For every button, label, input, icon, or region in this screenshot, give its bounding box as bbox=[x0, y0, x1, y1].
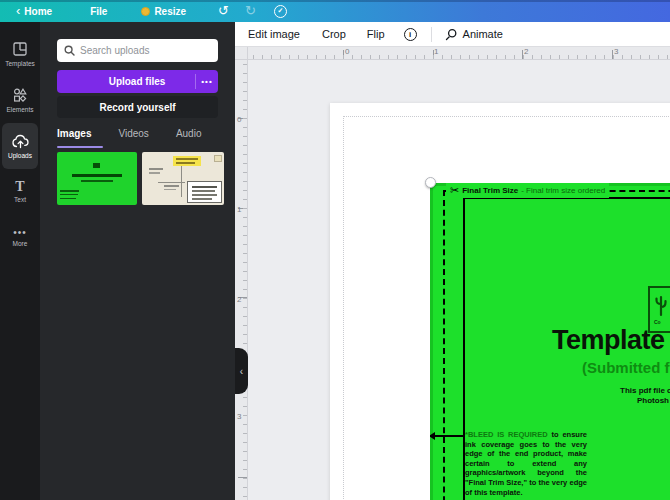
bleed-paragraph-body: to ensure ink coverage goes to the very … bbox=[465, 430, 587, 497]
bleed-paragraph-lead: *BLEED IS REQUIRED bbox=[465, 430, 548, 439]
template-note-line2: Photosh bbox=[637, 396, 669, 405]
template-title: Template for bbox=[552, 325, 670, 356]
record-yourself-label: Record yourself bbox=[99, 102, 175, 113]
premium-dot-icon bbox=[141, 7, 150, 16]
text-label: Text bbox=[14, 196, 26, 203]
uploads-label: Uploads bbox=[8, 152, 32, 159]
sidebar-item-more[interactable]: ••• More bbox=[2, 215, 38, 261]
upload-files-label: Upload files bbox=[57, 76, 195, 87]
more-label: More bbox=[13, 240, 28, 247]
uploads-panel: Upload files ••• Record yourself Images … bbox=[40, 22, 235, 500]
ruler-number: 2 bbox=[237, 295, 241, 304]
tab-images[interactable]: Images bbox=[57, 125, 91, 145]
redo-button[interactable]: ↻ bbox=[245, 5, 256, 17]
selection-corner-handle[interactable] bbox=[425, 177, 436, 188]
sidebar-item-uploads[interactable]: Uploads bbox=[2, 123, 38, 169]
ruler-number: 0 bbox=[237, 115, 241, 124]
uploads-cloud-icon bbox=[12, 134, 29, 149]
toolbar-divider bbox=[431, 27, 432, 42]
thumb-crossline-h bbox=[158, 182, 185, 183]
elements-label: Elements bbox=[6, 106, 33, 113]
thumb-info-box bbox=[187, 181, 222, 203]
ruler-number: 3 bbox=[237, 412, 241, 421]
uploaded-image-thumbnail-green-template[interactable] bbox=[57, 152, 137, 205]
undo-icon: ↺ bbox=[218, 5, 229, 17]
ruler-number: 2 bbox=[524, 47, 528, 56]
sidebar-item-elements[interactable]: Elements bbox=[2, 77, 38, 123]
templates-label: Templates bbox=[5, 60, 35, 67]
sidebar-item-templates[interactable]: Templates bbox=[2, 31, 38, 77]
thumb-text-line bbox=[60, 190, 79, 192]
upload-more-options-button[interactable]: ••• bbox=[196, 77, 218, 86]
upload-tabs: Images Videos Audio bbox=[57, 125, 218, 145]
ruler-number: 1 bbox=[434, 47, 438, 56]
collapse-chevron-icon: ‹ bbox=[240, 366, 243, 377]
trim-label-rest: - Final trim size ordered bbox=[521, 186, 605, 195]
canva-editor: ‹ Home File Resize ↺ ↻ ✓ Templates bbox=[0, 0, 670, 500]
editor-canvas-area: Edit image Crop Flip i Animate 0 1 2 3 0… bbox=[235, 22, 670, 500]
thumb-highlight-box bbox=[173, 156, 201, 166]
vertical-ruler[interactable]: 0 1 2 3 bbox=[235, 60, 248, 500]
crop-button[interactable]: Crop bbox=[322, 28, 346, 40]
tab-videos[interactable]: Videos bbox=[118, 125, 148, 145]
more-dots-icon: ••• bbox=[13, 229, 27, 237]
search-input[interactable] bbox=[80, 45, 211, 56]
templates-icon bbox=[12, 41, 28, 57]
thumb-title-line bbox=[72, 174, 122, 177]
final-trim-size-label: ✂ Final Trim Size - Final trim size orde… bbox=[446, 183, 609, 198]
sidebar-item-text[interactable]: T Text bbox=[2, 169, 38, 215]
horizontal-ruler[interactable]: 0 1 2 3 bbox=[248, 47, 670, 60]
ruler-number: 1 bbox=[237, 205, 241, 214]
redo-icon: ↻ bbox=[245, 5, 256, 17]
thumb-text-line bbox=[164, 189, 176, 191]
trim-dashed-line-left bbox=[443, 190, 445, 500]
bleed-paragraph: *BLEED IS REQUIRED to ensure ink coverag… bbox=[465, 430, 587, 497]
ruler-number: 0 bbox=[345, 47, 349, 56]
search-icon bbox=[64, 45, 75, 56]
record-yourself-button[interactable]: Record yourself bbox=[57, 96, 218, 118]
file-label: File bbox=[90, 6, 107, 17]
bleed-arrow bbox=[430, 435, 464, 437]
thumb-subtitle-line bbox=[81, 180, 113, 182]
selected-template-image[interactable]: ✂ Final Trim Size - Final trim size orde… bbox=[430, 183, 670, 500]
file-menu-button[interactable]: File bbox=[90, 6, 107, 17]
search-box[interactable] bbox=[57, 39, 218, 62]
ruler-number: 3 bbox=[614, 47, 618, 56]
sync-status-button[interactable]: ✓ bbox=[274, 5, 287, 18]
animate-button[interactable]: Animate bbox=[463, 28, 503, 40]
thumb-logo-mark bbox=[93, 163, 100, 169]
flip-button[interactable]: Flip bbox=[367, 28, 385, 40]
scissors-icon: ✂ bbox=[450, 185, 459, 196]
trim-label-bold: Final Trim Size bbox=[462, 186, 518, 195]
context-toolbar: Edit image Crop Flip i Animate bbox=[235, 22, 670, 47]
upload-files-button[interactable]: Upload files ••• bbox=[57, 70, 218, 93]
top-menu-bar: ‹ Home File Resize ↺ ↻ ✓ bbox=[0, 0, 670, 22]
logo-text: Co bbox=[654, 319, 661, 325]
ruler-corner bbox=[235, 47, 248, 60]
design-page[interactable]: ✂ Final Trim Size - Final trim size orde… bbox=[330, 103, 670, 500]
chevron-left-icon: ‹ bbox=[16, 6, 20, 16]
template-subtitle: (Submitted file bbox=[582, 359, 670, 376]
thumb-text-line bbox=[60, 198, 76, 200]
cactus-logo-icon bbox=[654, 295, 668, 319]
info-icon: i bbox=[409, 30, 411, 39]
panel-collapse-handle[interactable]: ‹ bbox=[235, 348, 248, 394]
thumb-text-line bbox=[164, 185, 179, 187]
home-button[interactable]: ‹ Home bbox=[16, 6, 52, 17]
tab-audio[interactable]: Audio bbox=[176, 125, 202, 145]
edit-image-button[interactable]: Edit image bbox=[248, 28, 300, 40]
thumb-corner-chip bbox=[214, 155, 221, 162]
thumb-text-line bbox=[60, 194, 78, 196]
cloud-saved-icon: ✓ bbox=[274, 5, 287, 18]
template-note-line1: This pdf file c bbox=[620, 386, 670, 395]
thumb-text-line bbox=[149, 172, 160, 174]
elements-icon bbox=[12, 87, 28, 103]
resize-button[interactable]: Resize bbox=[141, 6, 186, 17]
animate-icon bbox=[445, 28, 458, 41]
uploaded-image-thumbnail-layout-template[interactable] bbox=[142, 152, 224, 205]
undo-button[interactable]: ↺ bbox=[218, 5, 229, 17]
info-button[interactable]: i bbox=[404, 28, 417, 41]
home-label: Home bbox=[24, 6, 52, 17]
thumb-text-line bbox=[149, 168, 164, 170]
active-tab-underline bbox=[57, 146, 103, 148]
